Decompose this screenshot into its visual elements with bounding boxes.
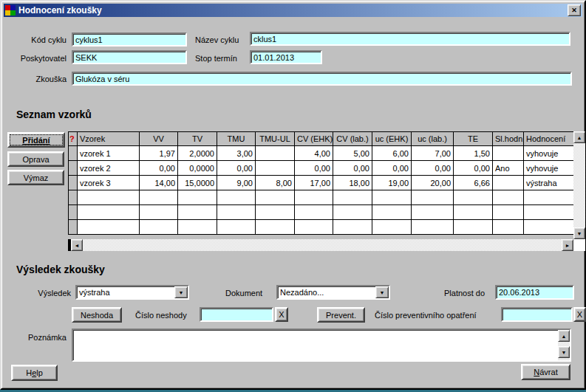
platnost-do-label: Platnost do <box>444 289 485 298</box>
grid-horizontal-scrollbar[interactable]: ◄ ► <box>68 239 573 251</box>
delete-button[interactable]: Výmaz <box>7 170 64 185</box>
grid-cell-empty <box>333 190 372 205</box>
grid-cell[interactable]: 0,00 <box>140 161 178 176</box>
grid-cell[interactable]: 6,00 <box>372 146 412 161</box>
stop-termin-field[interactable]: 01.01.2013 <box>250 50 322 64</box>
poznamka-textarea[interactable]: ▲ ▼ <box>72 329 571 362</box>
grid-cell[interactable]: 14,00 <box>140 176 178 190</box>
grid-cell[interactable]: 15,0000 <box>178 176 217 190</box>
grid-cell-empty <box>178 205 217 220</box>
add-button[interactable]: Přidání <box>7 132 65 148</box>
kod-cyklu-label: Kód cyklu <box>6 35 67 44</box>
poskytovatel-label: Poskytovatel <box>6 54 67 63</box>
grid-cell[interactable]: 0,00 <box>454 161 493 176</box>
grid-cell[interactable]: vzorek 3 <box>78 176 140 190</box>
poznamka-text[interactable] <box>73 330 558 360</box>
stop-termin-label: Stop termín <box>195 54 237 63</box>
grid-cell[interactable]: 3,00 <box>217 146 256 161</box>
scroll-left-icon[interactable]: ◄ <box>71 239 83 251</box>
vysledek-select[interactable]: výstraha ▼ <box>75 285 189 300</box>
grid-cell-empty <box>412 220 454 235</box>
cislo-neshody-field[interactable] <box>200 307 273 322</box>
scroll-down-icon[interactable]: ▼ <box>573 227 585 239</box>
scroll-up-icon[interactable]: ▲ <box>573 131 585 143</box>
grid-cell[interactable]: 18,00 <box>333 176 372 190</box>
scroll-right-icon[interactable]: ► <box>562 239 573 251</box>
platnost-do-field[interactable]: 20.06.2013 <box>495 285 574 300</box>
hscroll-track[interactable] <box>83 239 562 251</box>
grid-cell[interactable]: 1,97 <box>140 146 178 161</box>
row-selector[interactable] <box>69 146 78 161</box>
grid-cell[interactable]: 17,00 <box>295 176 333 190</box>
grid-cell[interactable] <box>493 146 524 161</box>
cislo-preventivniho-clear-button[interactable]: X <box>573 307 586 322</box>
grid-vertical-scrollbar[interactable]: ▲ ▼ <box>573 131 585 239</box>
grid-row[interactable]: vzorek 314,0015,00009,008,0017,0018,0019… <box>69 176 574 190</box>
grid-column-header: TV <box>178 132 217 146</box>
grid-row[interactable]: vzorek 20,000,00000,000,000,000,000,000,… <box>69 161 574 176</box>
grid-row[interactable]: vzorek 11,972,00003,004,005,006,007,001,… <box>69 146 574 161</box>
cislo-neshody-clear-button[interactable]: X <box>275 307 288 322</box>
grid-cell[interactable]: vzorek 2 <box>78 161 140 176</box>
grid-cell[interactable]: 6,66 <box>454 176 493 190</box>
nazev-cyklu-label: Název cyklu <box>195 35 239 44</box>
grid-cell[interactable]: 0,00 <box>333 161 372 176</box>
grid-cell-empty <box>524 190 574 205</box>
grid-cell[interactable]: 4,00 <box>295 146 333 161</box>
grid-cell[interactable]: 0,00 <box>372 161 412 176</box>
neshoda-button[interactable]: Neshoda <box>72 307 122 323</box>
cislo-preventivniho-field[interactable] <box>501 307 573 322</box>
prevent-button[interactable]: Prevent. <box>317 307 365 323</box>
grid-cell[interactable]: vyhovuje <box>524 146 574 161</box>
vysledek-label: Výsledek <box>7 289 71 298</box>
grid-cell[interactable]: 7,00 <box>412 146 454 161</box>
zkouska-field[interactable]: Glukóza v séru <box>72 72 572 86</box>
nazev-cyklu-field[interactable]: cklus1 <box>250 32 570 46</box>
scroll-up-icon[interactable]: ▲ <box>558 330 570 342</box>
grid-cell[interactable]: 1,50 <box>454 146 493 161</box>
navrat-label-key: N <box>534 368 539 376</box>
cislo-neshody-label: Číslo neshody <box>135 311 187 320</box>
navrat-button[interactable]: Návrat <box>521 364 570 380</box>
grid-cell[interactable]: 20,00 <box>412 176 454 190</box>
grid-cell-empty <box>217 205 256 220</box>
kod-cyklu-field[interactable]: cyklus1 <box>72 32 187 47</box>
dokument-select[interactable]: Nezadáno... ▼ <box>276 285 390 300</box>
grid-cell[interactable]: 9,00 <box>217 176 256 190</box>
window-title: Hodnocení zkoušky <box>18 5 568 16</box>
grid-cell[interactable]: vzorek 1 <box>78 146 140 161</box>
grid-cell[interactable]: výstraha <box>524 176 574 190</box>
grid-cell[interactable]: vyhovuje <box>524 161 574 176</box>
grid-column-header: TE <box>454 132 493 146</box>
row-selector[interactable] <box>69 161 78 176</box>
grid-cell-empty <box>493 220 524 235</box>
chevron-down-icon[interactable]: ▼ <box>174 286 188 298</box>
edit-button[interactable]: Oprava <box>7 151 64 167</box>
row-selector <box>69 220 78 235</box>
zkouska-label: Zkouška <box>6 75 67 83</box>
vscroll-track[interactable] <box>573 143 585 227</box>
help-button[interactable]: Help <box>11 365 58 381</box>
grid-cell[interactable]: 0,00 <box>295 161 333 176</box>
memo-scrollbar[interactable]: ▲ ▼ <box>558 330 570 360</box>
grid-cell-empty <box>372 190 412 205</box>
chevron-down-icon[interactable]: ▼ <box>375 286 389 298</box>
row-selector[interactable] <box>69 176 78 190</box>
grid-cell[interactable]: Ano <box>493 161 524 176</box>
grid-cell[interactable] <box>493 176 524 190</box>
grid-cell[interactable]: 0,00 <box>217 161 256 176</box>
grid-cell[interactable]: 19,00 <box>372 176 412 190</box>
grid-cell[interactable]: 2,0000 <box>178 146 217 161</box>
grid-scroll-corner <box>573 239 585 251</box>
grid-cell[interactable]: 0,00 <box>412 161 454 176</box>
grid-cell[interactable]: 0,0000 <box>178 161 217 176</box>
grid-cell-empty <box>524 205 574 220</box>
grid-cell[interactable]: 5,00 <box>333 146 372 161</box>
grid-cell[interactable]: 8,00 <box>256 176 295 190</box>
poskytovatel-field[interactable]: SEKK <box>72 50 187 64</box>
title-bar[interactable]: Hodnocení zkoušky ✕ <box>4 4 582 17</box>
grid-cell[interactable] <box>256 146 295 161</box>
grid-cell[interactable] <box>256 161 295 176</box>
close-button[interactable]: ✕ <box>568 4 581 16</box>
scroll-down-icon[interactable]: ▼ <box>558 346 570 358</box>
